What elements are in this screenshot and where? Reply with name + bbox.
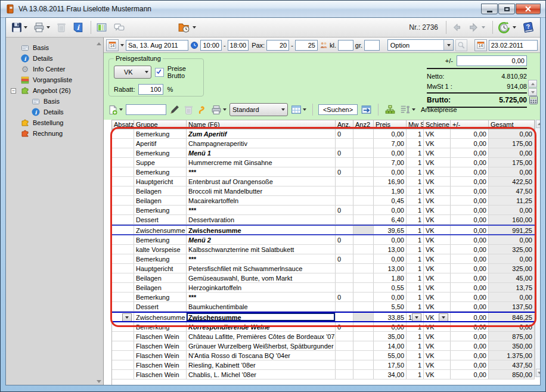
cell-preis[interactable]: 0,00	[374, 129, 407, 138]
cell-col[interactable]: 0,00	[451, 273, 489, 282]
cell-absatz[interactable]	[112, 196, 134, 205]
cell-anz2[interactable]	[353, 264, 374, 273]
cell-mw-st[interactable]: 1	[407, 186, 424, 195]
cell-schiene[interactable]: VK	[424, 302, 451, 311]
cell-anz[interactable]: 0	[336, 293, 353, 301]
table-row[interactable]: BemerkungZum Aperitif00,001VK0,000,00	[112, 129, 535, 139]
cell-mw-st[interactable]: 1	[407, 129, 424, 138]
cell-name-f6[interactable]: Kalbsschwanzterrine mit Salatbukett	[187, 245, 336, 254]
cell-absatz[interactable]	[112, 302, 134, 311]
table-row[interactable]: Flaschen WeinGrünauer Wurzelberg Weißher…	[112, 341, 535, 351]
cell-gesamt[interactable]: 846,25	[489, 313, 535, 321]
table-row[interactable]: DessertDessertvaration6,401VK0,00160,00	[112, 215, 535, 225]
cell-anz2[interactable]	[353, 322, 374, 331]
table-row[interactable]: ZwischensummeZwischensumme33,851VK0,0084…	[112, 312, 535, 322]
table-scrollbar[interactable]	[535, 120, 540, 377]
cell-absatz[interactable]	[112, 332, 134, 341]
cell-gesamt[interactable]: 1.375,00	[489, 351, 535, 360]
cell-gesamt[interactable]: 422,50	[489, 177, 535, 186]
search-option-button[interactable]	[455, 39, 467, 51]
cell-anz[interactable]	[336, 273, 353, 282]
edit-row-button[interactable]	[169, 104, 181, 116]
cell-col[interactable]: 0,00	[451, 215, 489, 224]
cell-name-f6[interactable]: ***	[187, 293, 336, 301]
column-header-anz2[interactable]: Anz2	[353, 120, 374, 129]
sidebar-item-info-center[interactable]: ⚙ Info Center	[6, 64, 103, 74]
cell-gruppe[interactable]: Flaschen Wein	[134, 370, 187, 379]
cell-schiene[interactable]: VK	[424, 139, 451, 148]
cell-col[interactable]: 0,00	[451, 158, 489, 167]
cell-gesamt[interactable]: 875,00	[489, 332, 535, 341]
cell-gruppe[interactable]: Bemerkung	[134, 293, 187, 301]
gr-input[interactable]	[364, 40, 380, 51]
cell-schiene[interactable]: VK	[424, 264, 451, 273]
cell-gruppe[interactable]: Bemerkung	[134, 167, 187, 176]
cell-gesamt[interactable]: 13,75	[489, 283, 535, 292]
cell-gruppe[interactable]: Bemerkung	[134, 148, 187, 157]
calendar-button[interactable]: 14	[106, 39, 119, 51]
quick-filter-input[interactable]	[126, 104, 166, 115]
cell-anz[interactable]: 0	[336, 129, 353, 138]
notes-button[interactable]	[111, 21, 127, 34]
cell-gruppe[interactable]: Dessert	[134, 215, 187, 224]
cell-mw-st[interactable]: 1	[407, 215, 424, 224]
cell-preis[interactable]: 1,90	[374, 186, 407, 195]
cell-col[interactable]: 0,00	[451, 264, 489, 273]
cell-anz2[interactable]	[353, 177, 374, 186]
cell-anz[interactable]	[336, 177, 353, 186]
cell-mw-st[interactable]: 1	[407, 313, 424, 321]
option-date-calendar-button[interactable]: 14	[474, 39, 487, 51]
history-folder-caret[interactable]	[193, 26, 196, 29]
cell-name-f6[interactable]: Grünauer Wurzelberg Weißherbst, Spätburg…	[187, 341, 336, 350]
cell-gesamt[interactable]: 175,00	[489, 158, 535, 167]
cell-gruppe[interactable]: Bemerkung	[134, 254, 187, 263]
cell-gruppe[interactable]: Hauptgericht	[134, 177, 187, 186]
cell-absatz[interactable]	[112, 235, 134, 244]
cell-anz2[interactable]	[353, 215, 374, 224]
cell-anz[interactable]	[336, 158, 353, 167]
cell-anz[interactable]	[336, 196, 353, 205]
cell-gesamt[interactable]: 325,00	[489, 264, 535, 273]
cell-col[interactable]: 0,00	[451, 129, 489, 138]
cell-absatz[interactable]	[112, 341, 134, 350]
cell-preis[interactable]: 35,00	[374, 332, 407, 341]
save-dropdown-caret[interactable]	[24, 26, 27, 29]
sidebar-item-bestellung[interactable]: Bestellung	[6, 117, 103, 128]
sidebar-item-angebot-basis[interactable]: Basis	[6, 96, 103, 107]
cell-anz2[interactable]	[353, 313, 374, 321]
cell-name-f6[interactable]: Baumkuchentimbale	[187, 302, 336, 311]
cell-anz2[interactable]	[353, 245, 374, 254]
cell-col[interactable]: 0,00	[451, 245, 489, 254]
cell-gruppe[interactable]: Aperitif	[134, 139, 187, 148]
column-header-name-f6[interactable]: Name (F6)	[187, 120, 336, 129]
cell-absatz[interactable]	[112, 226, 134, 234]
cell-anz2[interactable]	[353, 351, 374, 360]
cell-schiene[interactable]: VK	[424, 341, 451, 350]
cell-anz2[interactable]	[353, 235, 374, 244]
cell-name-f6[interactable]: Zum Aperitif	[187, 129, 336, 138]
kl-input[interactable]	[338, 40, 353, 51]
cell-name-f6[interactable]: Zwischensumme	[187, 226, 336, 234]
back-button[interactable]	[449, 21, 464, 33]
cell-name-f6[interactable]: Champagneraperitiv	[187, 139, 336, 148]
cell-anz[interactable]	[336, 360, 353, 369]
history-folder-button[interactable]	[176, 20, 198, 35]
cell-schiene[interactable]: VK	[424, 254, 451, 263]
sidebar-item-rechnung[interactable]: Rechnung	[6, 128, 103, 139]
cell-gesamt[interactable]: 991,25	[489, 226, 535, 234]
cell-anz[interactable]	[336, 226, 353, 234]
pax-to-input[interactable]: 25	[295, 40, 318, 51]
delete-row-button[interactable]	[183, 104, 194, 116]
table-row[interactable]: AperitifChampagneraperitiv7,001VK0,00175…	[112, 139, 535, 148]
cell-absatz[interactable]	[112, 206, 134, 214]
cell-absatz[interactable]	[112, 139, 134, 148]
cell-col[interactable]: 0,00	[451, 283, 489, 292]
table-row[interactable]: Flaschen WeinChablis, L. Michel '08er34,…	[112, 370, 535, 379]
cell-schiene[interactable]: VK	[424, 273, 451, 282]
goto-table-button[interactable]	[360, 104, 373, 116]
sidebar-item-angebot[interactable]: − Angebot (26)	[6, 85, 103, 96]
cell-absatz[interactable]	[112, 322, 134, 331]
table-row[interactable]: Bemerkung***00,001VK0,000,00	[112, 293, 535, 302]
print-grid-caret[interactable]	[223, 108, 227, 111]
cell-anz2[interactable]	[353, 139, 374, 148]
